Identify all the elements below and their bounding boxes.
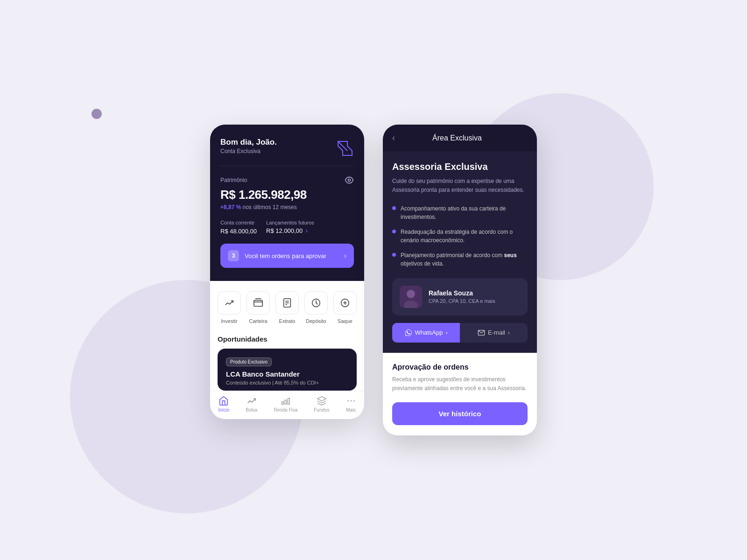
ver-historico-button[interactable]: Ver histórico bbox=[392, 402, 528, 425]
bullet-text-2: Readequação da estratégia de acordo com … bbox=[401, 228, 528, 245]
svg-point-16 bbox=[350, 400, 352, 402]
investir-icon bbox=[218, 291, 241, 315]
nav-inicio-label: Início bbox=[218, 407, 229, 413]
bullet-dot-1 bbox=[392, 206, 396, 210]
bullet-dot-3 bbox=[392, 253, 396, 257]
product-name: LCA Banco Santander bbox=[226, 370, 348, 378]
patrimonio-label: Patrimônio bbox=[220, 175, 354, 185]
nav-bolsa-label: Bolsa bbox=[246, 407, 257, 413]
account-label: Conta Exclusiva bbox=[220, 148, 277, 154]
action-investir[interactable]: Investir bbox=[218, 291, 241, 324]
phone-top-section: Bom dia, João. Conta Exclusiva Patrimôni… bbox=[210, 125, 364, 281]
lancamentos-futuros: Lançamentos futuros R$ 12.000,00 › bbox=[266, 220, 314, 235]
deposito-icon bbox=[304, 291, 328, 315]
product-desc: Conteúdo exclusivo | Até 85,5% do CDI+ bbox=[226, 380, 348, 385]
phone-bottom-section: Investir Carteira Extrato bbox=[210, 281, 364, 391]
orders-chevron-icon: › bbox=[344, 252, 346, 260]
carteira-icon bbox=[247, 291, 270, 315]
panel-white-content: Aprovação de ordens Receba e aprove suge… bbox=[383, 353, 537, 435]
phones-container: Bom dia, João. Conta Exclusiva Patrimôni… bbox=[210, 125, 537, 435]
whatsapp-button[interactable]: WhatsApp › bbox=[392, 323, 460, 343]
assessoria-desc: Cuide do seu patrimônio com a expertise … bbox=[392, 177, 528, 195]
fundos-icon bbox=[317, 396, 327, 406]
action-extrato[interactable]: Extrato bbox=[275, 291, 299, 324]
email-icon bbox=[478, 329, 485, 336]
bottom-nav: Início Bolsa Renda Fixa Fundos Mais bbox=[210, 391, 364, 419]
bullet-dot-2 bbox=[392, 230, 396, 233]
dot-1 bbox=[92, 109, 102, 119]
accounts-row: Conta corrente R$ 48.000,00 Lançamentos … bbox=[220, 220, 354, 235]
eye-icon[interactable] bbox=[345, 175, 354, 185]
patrimonio-value: R$ 1.265.982,98 bbox=[220, 188, 354, 202]
back-button[interactable]: ‹ bbox=[392, 133, 395, 143]
email-chevron-icon: › bbox=[508, 329, 510, 336]
greeting-block: Bom dia, João. Conta Exclusiva bbox=[220, 138, 277, 154]
contact-buttons: WhatsApp › E-mail › bbox=[392, 323, 528, 343]
action-carteira[interactable]: Carteira bbox=[247, 291, 270, 324]
orders-badge: 3 bbox=[228, 250, 239, 261]
left-phone: Bom dia, João. Conta Exclusiva Patrimôni… bbox=[210, 125, 364, 419]
nav-renda-fixa[interactable]: Renda Fixa bbox=[274, 396, 297, 413]
orders-banner[interactable]: 3 Você tem ordens para aprovar › bbox=[220, 244, 354, 268]
email-button[interactable]: E-mail › bbox=[460, 323, 528, 343]
home-icon bbox=[218, 396, 229, 406]
panel-dark-content: Assessoria Exclusiva Cuide do seu patrim… bbox=[383, 151, 537, 352]
product-card[interactable]: Produto Exclusivo LCA Banco Santander Co… bbox=[218, 349, 357, 391]
bullet-text-1: Acompanhamento ativo da sua carteira de … bbox=[401, 204, 528, 221]
divider bbox=[220, 166, 354, 166]
mais-icon bbox=[346, 396, 356, 406]
product-badge: Produto Exclusivo bbox=[226, 357, 272, 366]
nav-mais-label: Mais bbox=[346, 407, 356, 413]
bullet-text-3: Planejamento patrimonial de acordo com s… bbox=[401, 251, 528, 268]
advisor-certs: CPA 20, CPA 10, CEA e mais bbox=[429, 298, 495, 304]
quick-actions: Investir Carteira Extrato bbox=[218, 291, 357, 324]
advisor-avatar bbox=[400, 286, 422, 308]
bolsa-icon bbox=[247, 396, 257, 406]
svg-rect-2 bbox=[254, 301, 262, 307]
greeting-text: Bom dia, João. bbox=[220, 138, 277, 147]
nav-mais[interactable]: Mais bbox=[346, 396, 356, 413]
nav-fundos[interactable]: Fundos bbox=[314, 396, 329, 413]
whatsapp-chevron-icon: › bbox=[445, 329, 447, 336]
bullet-list: Acompanhamento ativo da sua carteira de … bbox=[392, 204, 528, 268]
aprovacao-title: Aprovação de ordens bbox=[392, 363, 528, 371]
svg-point-15 bbox=[347, 400, 349, 402]
svg-point-1 bbox=[348, 179, 351, 182]
svg-rect-13 bbox=[285, 400, 287, 404]
nav-fundos-label: Fundos bbox=[314, 407, 329, 413]
orders-text: Você tem ordens para aprovar bbox=[245, 252, 338, 259]
whatsapp-icon bbox=[405, 329, 412, 336]
right-panel: ‹ Área Exclusiva Assessoria Exclusiva Cu… bbox=[383, 125, 537, 435]
conta-corrente: Conta corrente R$ 48.000,00 bbox=[220, 220, 257, 235]
chevron-right-icon[interactable]: › bbox=[305, 227, 308, 234]
action-deposito[interactable]: Depósito bbox=[304, 291, 328, 324]
svg-point-17 bbox=[353, 400, 355, 402]
assessoria-title: Assessoria Exclusiva bbox=[392, 161, 528, 172]
bullet-item-3: Planejamento patrimonial de acordo com s… bbox=[392, 251, 528, 268]
panel-header: ‹ Área Exclusiva bbox=[383, 125, 537, 151]
patrimonio-growth: +8,87 % nos últimos 12 meses bbox=[220, 204, 354, 210]
advisor-info: Rafaela Souza CPA 20, CPA 10, CEA e mais bbox=[429, 289, 495, 304]
advisor-card: Rafaela Souza CPA 20, CPA 10, CEA e mais bbox=[392, 278, 528, 315]
svg-rect-14 bbox=[288, 399, 289, 405]
nav-inicio[interactable]: Início bbox=[218, 396, 229, 413]
svg-point-19 bbox=[407, 290, 415, 298]
bullet-item-2: Readequação da estratégia de acordo com … bbox=[392, 228, 528, 245]
saque-icon bbox=[333, 291, 357, 315]
advisor-name: Rafaela Souza bbox=[429, 289, 495, 297]
panel-title: Área Exclusiva bbox=[401, 134, 514, 142]
nav-bolsa[interactable]: Bolsa bbox=[246, 396, 257, 413]
aprovacao-desc: Receba e aprove sugestões de investiment… bbox=[392, 375, 528, 393]
svg-rect-12 bbox=[282, 402, 284, 405]
action-saque[interactable]: Saque bbox=[333, 291, 357, 324]
nav-renda-fixa-label: Renda Fixa bbox=[274, 407, 297, 413]
phone-header: Bom dia, João. Conta Exclusiva bbox=[220, 138, 354, 157]
renda-fixa-icon bbox=[281, 396, 291, 406]
svg-point-8 bbox=[316, 302, 317, 303]
extrato-icon bbox=[275, 291, 299, 315]
bullet-item-1: Acompanhamento ativo da sua carteira de … bbox=[392, 204, 528, 221]
app-logo-icon bbox=[334, 138, 354, 157]
oportunidades-title: Oportunidades bbox=[218, 335, 357, 343]
